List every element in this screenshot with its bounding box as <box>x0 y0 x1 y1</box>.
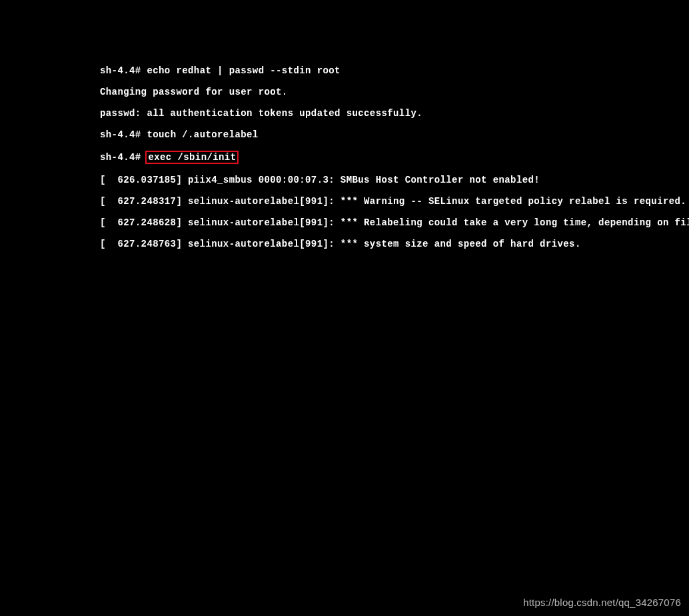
shell-prompt: sh-4.4# <box>100 65 147 76</box>
kernel-message: [ 626.037185] piix4_smbus 0000:00:07.3: … <box>100 175 689 185</box>
highlighted-command: exec /sbin/init <box>145 151 239 164</box>
shell-prompt: sh-4.4# <box>100 129 147 140</box>
shell-prompt: sh-4.4# <box>100 152 147 163</box>
terminal-line: sh-4.4# echo redhat | passwd --stdin roo… <box>100 65 689 76</box>
command-text: echo redhat | passwd --stdin root <box>147 65 340 76</box>
command-text: touch /.autorelabel <box>147 129 258 140</box>
terminal-output: Changing password for user root. <box>100 87 689 97</box>
kernel-message: [ 627.248628] selinux-autorelabel[991]: … <box>100 217 689 228</box>
kernel-message: [ 627.248317] selinux-autorelabel[991]: … <box>100 196 689 207</box>
terminal-line: sh-4.4# touch /.autorelabel <box>100 129 689 140</box>
kernel-message: [ 627.248763] selinux-autorelabel[991]: … <box>100 239 689 249</box>
terminal-line: sh-4.4# exec /sbin/init <box>100 151 689 164</box>
watermark-text: https://blog.csdn.net/qq_34267076 <box>523 597 681 608</box>
terminal-output: passwd: all authentication tokens update… <box>100 108 689 119</box>
terminal-screen[interactable]: sh-4.4# echo redhat | passwd --stdin roo… <box>0 0 689 260</box>
